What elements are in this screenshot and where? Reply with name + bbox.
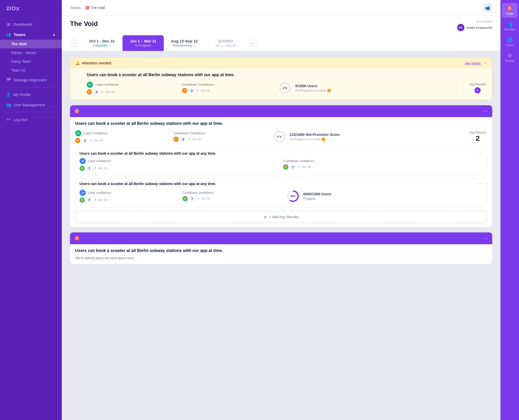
period-tab-jan-mar[interactable]: Jan 1 – Mar 31 In Progress	[123, 35, 164, 51]
sidebar-item-logout[interactable]: ↩ Log Out	[0, 114, 62, 125]
logo: 2IOx	[0, 0, 62, 17]
g1-users-metric: 233/1000 Net-Promoter Score No Progress …	[290, 132, 340, 141]
goal-menu-2[interactable]: ···	[483, 236, 488, 241]
sidebar-item-team10[interactable]: Team 10	[0, 66, 62, 75]
g1-progress-ring: 0 %	[272, 129, 287, 144]
sg2-users-metric: 6000/1000 Users Progress	[303, 192, 331, 200]
g1-lead-emoji: 😊	[75, 138, 80, 143]
lead-emoji: 😊	[87, 89, 92, 94]
video-btn[interactable]: 📹	[483, 3, 492, 12]
goal-card-body-1: Users can book a scooter at all Berlin s…	[70, 117, 492, 227]
sub-goal-1: Users can book a scooter at all Berlin s…	[75, 147, 487, 175]
sidebar-item-strategic[interactable]: 🗺 Strategic Alignment	[0, 75, 62, 85]
goal-menu-1[interactable]: ···	[483, 109, 488, 113]
sg1-contrib-emoji: 😊	[283, 164, 288, 170]
next-period-btn[interactable]: ›	[249, 40, 256, 47]
rs-members[interactable]: 👥 Members	[502, 19, 517, 33]
rs-goals[interactable]: 🎯 Goals	[502, 3, 517, 18]
sidebar: 2IOx ⊞ Dashboard 👥 Teams ▲ The Void Elev…	[0, 0, 62, 420]
attention-actions: see details ···	[465, 61, 487, 65]
avatar-js-sg2: JS	[80, 190, 86, 196]
sg1-lead-block: JS Lead confidence 😊 7 ↗ Jun 18	[80, 158, 279, 171]
g1-contrib-block: Contributor Confidence 😊 3 ↗ Jun 18	[174, 132, 268, 142]
breadcrumb-sep: ›	[82, 6, 83, 10]
contrib-num: 3	[189, 88, 195, 93]
dashboard-icon: ⊞	[6, 22, 11, 27]
sub-goal-2-metrics: JS Lead confidence 😊 7 ↗ Jun 18	[80, 188, 483, 204]
sg1-contrib-block: Contributor confidence 😊 7 ↗ Jun 18	[283, 159, 483, 170]
more-options-icon[interactable]: ···	[483, 61, 487, 65]
period-tab-oct-dec[interactable]: Oct 1 - Dec 31 Completed ✓	[81, 35, 123, 51]
attention-body: ⋮⋮ Users can book a scooter at all Berli…	[70, 68, 492, 100]
drag-handle[interactable]: ⋮⋮	[75, 73, 84, 78]
sg1-contrib-num: 7	[290, 165, 296, 170]
goal-title-2: Users can book a scooter at all Berlin s…	[75, 248, 487, 253]
accountable-user: AK Andrii Krasavchik	[457, 24, 492, 31]
breadcrumb-current: The void	[91, 6, 105, 10]
sidebar-nav: ⊞ Dashboard 👥 Teams ▲ The Void Eleven : …	[0, 17, 62, 420]
avatar-ds-g1: DS	[75, 130, 81, 136]
profile-icon: 👤	[6, 92, 11, 97]
page-title: The Void	[70, 20, 98, 28]
sidebar-item-the-void[interactable]: The Void	[0, 40, 62, 48]
add-key-result-btn[interactable]: +	[474, 87, 481, 93]
sidebar-item-user-mgmt[interactable]: 👥 User Management	[0, 100, 62, 110]
sg2-progress-ring: 60%	[285, 188, 301, 204]
progress-pct: 0 %	[283, 87, 287, 90]
plus-icon: ⊕	[264, 215, 267, 219]
settings-icon: ⚙	[508, 53, 512, 58]
video-icon: 📹	[485, 5, 490, 10]
goal-card-header-1: 🎯 ···	[70, 105, 492, 117]
sidebar-item-dashboard[interactable]: ⊞ Dashboard	[0, 19, 62, 29]
progress-users-block: 0 % 0/1000 Users No Progress in a while …	[277, 80, 460, 96]
attention-goal-title: Users can book a scooter at all Berlin s…	[87, 73, 487, 77]
sub-goal-2-menu[interactable]: ···	[478, 182, 483, 186]
sidebar-item-profile[interactable]: 👤 My Profile	[0, 89, 62, 100]
goal-card-header-2: 🎯 ···	[70, 232, 492, 244]
g1-kr-num: 2	[476, 134, 480, 143]
contrib-emoji: 😊	[182, 88, 187, 93]
sg2-progress-block: 60% 6000/1000 Users Progress	[285, 188, 483, 204]
sg2-progress-pct: 60%	[290, 195, 296, 198]
breadcrumb-icon: 🎯	[85, 6, 89, 10]
sg1-lead-emoji: 😊	[80, 166, 85, 171]
lead-num: 3	[93, 90, 99, 94]
attention-title: 🔔 Attention needed	[75, 61, 111, 65]
goal-card-1: 🎯 ··· Users can book a scooter at all Be…	[70, 105, 492, 227]
tab-status-text: In Progress	[135, 44, 151, 47]
sidebar-item-teams[interactable]: 👥 Teams ▲	[0, 29, 62, 40]
page-title-row: The Void Accountable AK Andrii Krasavchi…	[70, 20, 492, 31]
attention-header: 🔔 Attention needed see details ···	[70, 58, 492, 68]
warn-icon: ⚠	[193, 44, 196, 47]
attention-card: 🔔 Attention needed see details ··· ⋮⋮	[70, 57, 492, 100]
sub-goal-1-menu[interactable]: ···	[478, 151, 483, 155]
rs-culture[interactable]: 🌐 Culture	[502, 34, 517, 49]
rs-settings[interactable]: ⚙ Settings	[502, 50, 517, 65]
g1-progress-block: 0 % 233/1000 Net-Promoter Score No Progr…	[272, 129, 460, 144]
content-area: 🔔 Attention needed see details ··· ⋮⋮	[62, 51, 500, 420]
page-layout: Teams › 🎯 The void 📹 The Void Accountabl…	[62, 0, 519, 420]
breadcrumb-teams[interactable]: Teams	[70, 6, 81, 10]
goal-card-2: 🎯 ··· Users can book a scooter at all Be…	[70, 232, 492, 264]
teams-chevron-icon: ▲	[53, 33, 56, 36]
metrics-row: DS Lead Confidence 😊 3 ↗ Jun 18	[87, 80, 487, 96]
sidebar-item-fancy[interactable]: Fancy Team	[0, 57, 62, 66]
right-sidebar: 🎯 Goals 👥 Members 🌐 Culture ⚙ Settings	[500, 0, 519, 420]
period-tab-q7[interactable]: Q7/2023 Jan 1 – Mar 31	[205, 35, 246, 51]
prev-period-btn[interactable]: ‹	[71, 40, 78, 47]
add-key-results-btn[interactable]: ⊕ + Add Key Results	[75, 211, 487, 223]
g1-lead-num: 3	[82, 138, 88, 143]
g1-metric-value: 233/1000 Net-Promoter Score	[290, 133, 340, 137]
period-tab-aug-sep[interactable]: Aug 12-Sep 12 Brainstorming ⚠	[164, 35, 205, 51]
sg2-lead-block: JS Lead confidence 😊 7 ↗ Jun 18	[80, 190, 178, 203]
g1-progress-pct: 0 %	[277, 135, 281, 138]
sidebar-item-eleven[interactable]: Eleven : eleven	[0, 48, 62, 57]
see-details-link[interactable]: see details	[465, 61, 481, 65]
check-icon: ✓	[109, 44, 111, 47]
g1-contrib-emoji: 😊	[174, 137, 179, 142]
logout-icon: ↩	[6, 117, 11, 122]
period-tabs-row: ‹ Oct 1 - Dec 31 Completed ✓ Jan 1 – Mar…	[70, 35, 492, 51]
contrib-trend: ↗	[196, 89, 199, 92]
period-tabs: Oct 1 - Dec 31 Completed ✓ Jan 1 – Mar 3…	[79, 35, 248, 51]
sg2-contrib-emoji: 😊	[183, 196, 188, 201]
